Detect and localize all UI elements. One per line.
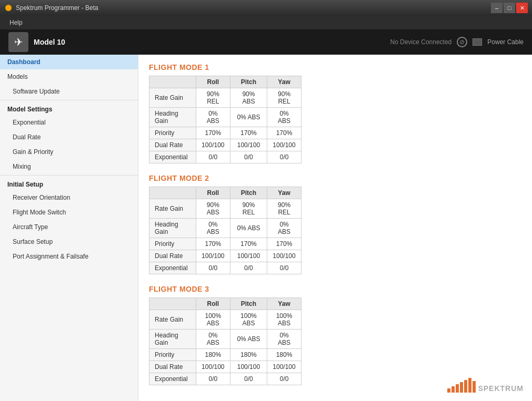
cell-value: 0/0 bbox=[196, 373, 230, 385]
table-row: Dual Rate 100/100 100/100 100/100 bbox=[149, 250, 302, 262]
cell-value: 90% REL bbox=[196, 88, 230, 108]
maximize-button[interactable]: □ bbox=[504, 3, 515, 13]
cell-value: 90% REL bbox=[267, 199, 302, 219]
row-label: Rate Gain bbox=[149, 310, 196, 330]
table-row: Heading Gain 0% ABS 0% ABS 0% ABS bbox=[149, 108, 302, 127]
app-header: ✈ Model 10 No Device Connected ⊘ Power C… bbox=[0, 29, 532, 55]
cell-value: 100% ABS bbox=[267, 310, 302, 330]
col-pitch-3: Pitch bbox=[230, 298, 267, 310]
cell-value: 90% REL bbox=[230, 199, 267, 219]
cell-value: 170% bbox=[196, 238, 230, 250]
sidebar-item-aircraft-type[interactable]: Aircraft Type bbox=[0, 220, 138, 234]
col-roll-1: Roll bbox=[196, 76, 230, 88]
no-device-label: No Device Connected bbox=[390, 38, 452, 46]
cell-value: 100/100 bbox=[230, 139, 267, 151]
table-row: Priority 170% 170% 170% bbox=[149, 127, 302, 139]
table-row: Rate Gain 90% REL 90% ABS 90% REL bbox=[149, 88, 302, 108]
sidebar-item-mixing[interactable]: Mixing bbox=[0, 159, 138, 174]
sidebar-section-initial-setup: Initial Setup bbox=[0, 177, 138, 190]
row-label: Dual Rate bbox=[149, 361, 196, 373]
menu-bar: Help bbox=[0, 16, 532, 29]
sidebar-item-receiver-orientation[interactable]: Receiver Orientation bbox=[0, 190, 138, 205]
flight-mode-2-title: FLIGHT MODE 2 bbox=[149, 174, 521, 182]
sidebar: Dashboard Models Software Update Model S… bbox=[0, 55, 138, 401]
svg-point-0 bbox=[5, 5, 12, 11]
cell-value: 0% ABS bbox=[267, 330, 302, 349]
cell-value: 170% bbox=[267, 238, 302, 250]
cell-value: 0% ABS bbox=[230, 108, 267, 127]
table-row: Exponential 0/0 0/0 0/0 bbox=[149, 262, 302, 274]
row-label: Priority bbox=[149, 238, 196, 250]
table-row: Rate Gain 90% ABS 90% REL 90% REL bbox=[149, 199, 302, 219]
cell-value: 0/0 bbox=[267, 373, 302, 385]
row-label: Heading Gain bbox=[149, 108, 196, 127]
sidebar-divider-2 bbox=[0, 175, 138, 176]
title-text: Spektrum Programmer - Beta bbox=[16, 4, 98, 12]
sidebar-item-models[interactable]: Models bbox=[0, 69, 138, 84]
cell-value: 170% bbox=[230, 238, 267, 250]
sidebar-item-port-assignment[interactable]: Port Assignment & Failsafe bbox=[0, 249, 138, 264]
table-row: Exponential 0/0 0/0 0/0 bbox=[149, 151, 302, 163]
flight-mode-3-table: Roll Pitch Yaw Rate Gain 100% ABS 100% A… bbox=[149, 297, 302, 385]
table-row: Dual Rate 100/100 100/100 100/100 bbox=[149, 139, 302, 151]
cell-value: 100/100 bbox=[267, 139, 302, 151]
row-label: Heading Gain bbox=[149, 330, 196, 349]
cell-value: 100/100 bbox=[196, 139, 230, 151]
spektrum-logo: SPEKTRUM bbox=[447, 378, 524, 393]
sidebar-item-dashboard[interactable]: Dashboard bbox=[0, 55, 138, 69]
cell-value: 0/0 bbox=[267, 262, 302, 274]
row-label: Dual Rate bbox=[149, 139, 196, 151]
cell-value: 0/0 bbox=[267, 151, 302, 163]
table-row: Priority 180% 180% 180% bbox=[149, 349, 302, 361]
col-pitch-2: Pitch bbox=[230, 187, 267, 199]
power-cable-label: Power Cable bbox=[487, 38, 524, 46]
cell-value: 0% ABS bbox=[267, 219, 302, 238]
cell-value: 100/100 bbox=[196, 361, 230, 373]
table-row: Heading Gain 0% ABS 0% ABS 0% ABS bbox=[149, 219, 302, 238]
cell-value: 100/100 bbox=[230, 361, 267, 373]
table-row: Heading Gain 0% ABS 0% ABS 0% ABS bbox=[149, 330, 302, 349]
sidebar-divider-1 bbox=[0, 100, 138, 100]
flight-mode-3-title: FLIGHT MODE 3 bbox=[149, 285, 521, 293]
cell-value: 100/100 bbox=[267, 361, 302, 373]
col-yaw-3: Yaw bbox=[267, 298, 302, 310]
spektrum-text: SPEKTRUM bbox=[478, 384, 524, 393]
sidebar-item-flight-mode-switch[interactable]: Flight Mode Switch bbox=[0, 205, 138, 220]
table-row: Rate Gain 100% ABS 100% ABS 100% ABS bbox=[149, 310, 302, 330]
col-yaw-1: Yaw bbox=[267, 76, 302, 88]
cell-value: 0% ABS bbox=[196, 219, 230, 238]
cell-value: 90% REL bbox=[267, 88, 302, 108]
cell-value: 0/0 bbox=[196, 151, 230, 163]
sidebar-item-dual-rate[interactable]: Dual Rate bbox=[0, 130, 138, 145]
cell-value: 90% ABS bbox=[230, 88, 267, 108]
row-label: Heading Gain bbox=[149, 219, 196, 238]
col-empty-2 bbox=[149, 187, 196, 199]
minimize-button[interactable]: – bbox=[491, 3, 503, 13]
col-roll-3: Roll bbox=[196, 298, 230, 310]
col-empty-3 bbox=[149, 298, 196, 310]
row-label: Rate Gain bbox=[149, 199, 196, 219]
col-pitch-1: Pitch bbox=[230, 76, 267, 88]
sidebar-item-software-update[interactable]: Software Update bbox=[0, 84, 138, 99]
cell-value: 170% bbox=[267, 127, 302, 139]
cell-value: 100/100 bbox=[196, 250, 230, 262]
sidebar-item-exponential[interactable]: Exponential bbox=[0, 115, 138, 130]
close-button[interactable]: ✕ bbox=[516, 3, 528, 13]
cell-value: 0% ABS bbox=[196, 108, 230, 127]
row-label: Exponential bbox=[149, 262, 196, 274]
sidebar-item-gain-priority[interactable]: Gain & Priority bbox=[0, 145, 138, 159]
cell-value: 0% ABS bbox=[267, 108, 302, 127]
cell-value: 0/0 bbox=[196, 262, 230, 274]
sidebar-item-surface-setup[interactable]: Surface Setup bbox=[0, 234, 138, 249]
cell-value: 0% ABS bbox=[230, 219, 267, 238]
cell-value: 0/0 bbox=[230, 373, 267, 385]
spektrum-bars-icon bbox=[447, 378, 476, 393]
window-controls: – □ ✕ bbox=[491, 3, 528, 13]
row-label: Rate Gain bbox=[149, 88, 196, 108]
model-name: Model 10 bbox=[34, 38, 65, 46]
col-yaw-2: Yaw bbox=[267, 187, 302, 199]
cell-value: 170% bbox=[196, 127, 230, 139]
menu-help[interactable]: Help bbox=[5, 18, 27, 27]
cell-value: 180% bbox=[267, 349, 302, 361]
cell-value: 100/100 bbox=[267, 250, 302, 262]
